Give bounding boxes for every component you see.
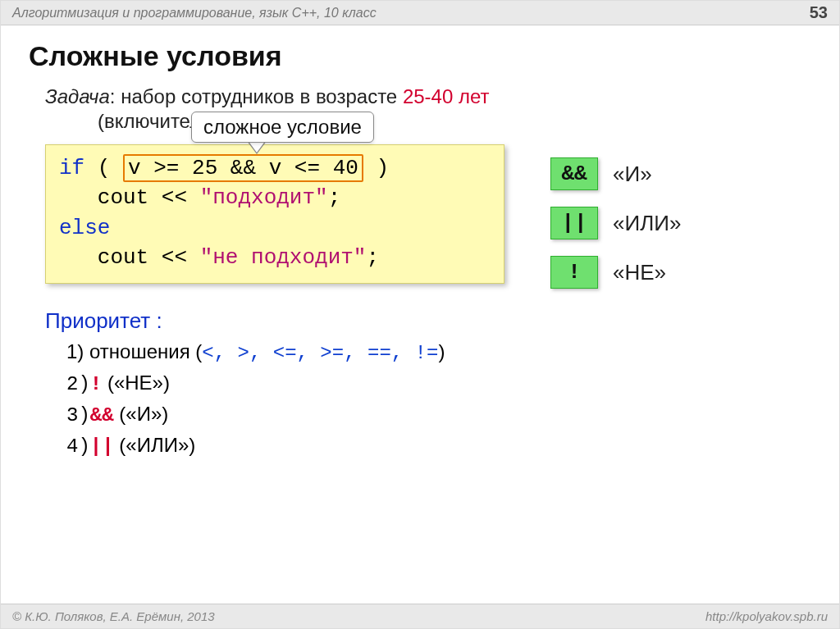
operators-column: && «И» || «ИЛИ» ! «НЕ» <box>550 157 681 289</box>
task-text: : набор сотрудников в возрасте <box>110 85 403 107</box>
code-line-3: else <box>59 213 491 243</box>
op-label-or: «ИЛИ» <box>613 211 681 236</box>
string-literal: "подходит" <box>200 185 328 210</box>
keyword-else: else <box>59 216 110 240</box>
op-row-and: && «И» <box>550 157 681 190</box>
task-highlight: 25-40 лет <box>403 85 490 107</box>
footer-bar: © К.Ю. Поляков, Е.А. Ерёмин, 2013 http:/… <box>1 604 839 628</box>
condition-frame: v >= 25 && v <= 40 <box>123 154 363 182</box>
priority-item-3: 3)&& («И») <box>66 399 815 431</box>
op-badge-or: || <box>550 207 598 239</box>
priority-item-4: 4)|| («ИЛИ») <box>66 431 815 462</box>
code-box: if ( v >= 25 && v <= 40 ) cout << "подхо… <box>45 144 504 284</box>
header-bar: Алгоритмизация и программирование, язык … <box>1 1 839 25</box>
callout-tail-icon <box>247 141 267 154</box>
op-row-not: ! «НЕ» <box>550 256 681 289</box>
priority-list: 1) отношения (<, >, <=, >=, ==, !=) 2)! … <box>66 337 815 462</box>
op-and: && <box>90 404 114 426</box>
priority-item-1: 1) отношения (<, >, <=, >=, ==, !=) <box>66 337 815 368</box>
code-line-2: cout << "подходит"; <box>59 183 491 212</box>
condition-text: v >= 25 && v <= 40 <box>128 156 358 180</box>
source-link[interactable]: http://kpolyakov.spb.ru <box>705 609 828 623</box>
code-line-4: cout << "не подходит"; <box>59 243 491 272</box>
priority-title: Приоритет : <box>45 308 815 334</box>
slide-title: Сложные условия <box>29 40 815 72</box>
subject-text: Алгоритмизация и программирование, язык … <box>12 6 377 21</box>
keyword-if: if <box>59 156 84 180</box>
code-line-1: if ( v >= 25 && v <= 40 ) <box>59 153 491 183</box>
slide-content: Сложные условия Задача: набор сотруднико… <box>1 25 839 462</box>
page-number: 53 <box>810 3 828 22</box>
callout-text: сложное условие <box>203 116 362 138</box>
op-not: ! <box>90 373 102 395</box>
priority-block: Приоритет : 1) отношения (<, >, <=, >=, … <box>45 308 815 462</box>
string-literal: "не подходит" <box>200 245 367 270</box>
op-or: || <box>90 435 114 458</box>
op-badge-and: && <box>550 157 598 190</box>
op-badge-not: ! <box>550 256 598 289</box>
callout-box: сложное условие <box>191 112 374 143</box>
op-label-not: «НЕ» <box>613 260 666 285</box>
op-row-or: || «ИЛИ» <box>550 207 681 239</box>
op-label-and: «И» <box>613 162 652 187</box>
task-label: Задача <box>45 85 110 107</box>
main-row: сложное условие if ( v >= 25 && v <= 40 … <box>25 144 815 284</box>
task-line: Задача: набор сотрудников в возрасте 25-… <box>45 85 815 108</box>
copyright-text: © К.Ю. Поляков, Е.А. Ерёмин, 2013 <box>12 609 215 623</box>
priority-item-2: 2)! («НЕ») <box>66 368 815 399</box>
relational-ops: <, >, <=, >=, ==, != <box>202 342 438 364</box>
